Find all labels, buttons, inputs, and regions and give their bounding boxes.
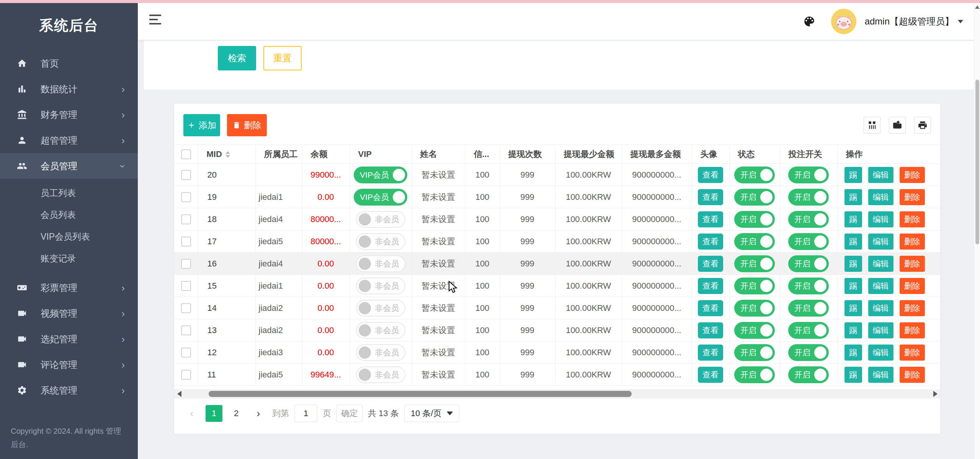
vip-toggle[interactable]: VIP会员 <box>354 189 407 206</box>
kick-button[interactable]: 踢 <box>844 256 862 272</box>
edit-button[interactable]: 编辑 <box>868 167 893 183</box>
sidebar-item-superadmin[interactable]: 超管管理 › <box>0 127 138 153</box>
row-checkbox[interactable] <box>181 281 191 291</box>
kick-button[interactable]: 踢 <box>844 300 862 316</box>
row-checkbox[interactable] <box>181 237 191 247</box>
edit-button[interactable]: 编辑 <box>868 278 893 294</box>
row-delete-button[interactable]: 删除 <box>900 256 925 272</box>
sidebar-item-home[interactable]: 首页 <box>0 51 138 76</box>
row-checkbox[interactable] <box>181 303 191 313</box>
view-avatar-button[interactable]: 查看 <box>698 300 723 316</box>
page-size-select[interactable]: 10 条/页 <box>404 405 460 422</box>
kick-button[interactable]: 踢 <box>844 167 862 183</box>
row-delete-button[interactable]: 删除 <box>900 189 925 205</box>
kick-button[interactable]: 踢 <box>844 234 862 250</box>
edit-button[interactable]: 编辑 <box>868 256 893 272</box>
vip-toggle[interactable]: 非会员 <box>356 278 405 294</box>
admin-menu[interactable]: admin【超级管理员】 <box>865 15 963 28</box>
bet-switch-toggle[interactable]: 开启 <box>788 300 829 317</box>
bet-switch-toggle[interactable]: 开启 <box>788 278 829 294</box>
next-page-button[interactable]: › <box>250 405 267 422</box>
row-delete-button[interactable]: 删除 <box>900 278 925 294</box>
view-avatar-button[interactable]: 查看 <box>698 345 723 361</box>
vertical-scrollbar-thumb[interactable] <box>975 80 979 244</box>
sidebar-item-members[interactable]: 会员管理 › <box>0 153 138 179</box>
row-checkbox[interactable] <box>181 370 191 380</box>
vip-toggle[interactable]: 非会员 <box>356 344 405 361</box>
status-toggle[interactable]: 开启 <box>734 322 775 339</box>
sidebar-item-finance[interactable]: 财务管理 › <box>0 102 138 127</box>
status-toggle[interactable]: 开启 <box>734 189 775 206</box>
vip-toggle[interactable]: 非会员 <box>356 255 405 272</box>
bet-switch-toggle[interactable]: 开启 <box>788 211 829 228</box>
export-icon[interactable] <box>889 117 906 134</box>
bet-switch-toggle[interactable]: 开启 <box>788 366 829 383</box>
row-checkbox[interactable] <box>181 192 191 202</box>
edit-button[interactable]: 编辑 <box>868 211 893 227</box>
bet-switch-toggle[interactable]: 开启 <box>788 167 829 183</box>
page-1-button[interactable]: 1 <box>206 405 222 422</box>
status-toggle[interactable]: 开启 <box>734 167 775 183</box>
view-avatar-button[interactable]: 查看 <box>698 322 723 338</box>
edit-button[interactable]: 编辑 <box>868 367 893 383</box>
status-toggle[interactable]: 开启 <box>734 211 775 228</box>
row-checkbox[interactable] <box>181 325 191 335</box>
scroll-up-icon[interactable] <box>975 5 980 9</box>
view-avatar-button[interactable]: 查看 <box>698 256 723 272</box>
vip-toggle[interactable]: 非会员 <box>356 233 405 250</box>
row-checkbox[interactable] <box>181 214 191 224</box>
add-button[interactable]: 添加 <box>183 114 220 136</box>
page-2-button[interactable]: 2 <box>228 405 245 422</box>
kick-button[interactable]: 踢 <box>844 322 862 338</box>
row-delete-button[interactable]: 删除 <box>900 300 925 316</box>
vip-toggle[interactable]: 非会员 <box>356 211 405 228</box>
kick-button[interactable]: 踢 <box>844 278 862 294</box>
row-delete-button[interactable]: 删除 <box>900 345 925 361</box>
edit-button[interactable]: 编辑 <box>868 345 893 361</box>
status-toggle[interactable]: 开启 <box>734 233 775 250</box>
status-toggle[interactable]: 开启 <box>734 344 775 361</box>
status-toggle[interactable]: 开启 <box>734 366 775 383</box>
view-avatar-button[interactable]: 查看 <box>698 211 723 227</box>
sidebar-item-comments[interactable]: 评论管理 › <box>0 352 138 377</box>
columns-icon[interactable] <box>864 117 880 134</box>
row-checkbox[interactable] <box>181 348 191 358</box>
theme-palette-icon[interactable] <box>803 15 816 28</box>
print-icon[interactable] <box>914 117 931 134</box>
view-avatar-button[interactable]: 查看 <box>698 367 723 383</box>
view-avatar-button[interactable]: 查看 <box>698 189 723 205</box>
sidebar-subitem-vip-member-list[interactable]: VIP会员列表 <box>0 226 138 248</box>
vertical-scrollbar[interactable] <box>974 3 980 459</box>
bet-switch-toggle[interactable]: 开启 <box>788 233 829 250</box>
kick-button[interactable]: 踢 <box>844 189 862 205</box>
menu-toggle-icon[interactable] <box>149 15 162 28</box>
goto-page-input[interactable] <box>294 405 317 422</box>
search-button[interactable]: 检索 <box>218 46 256 70</box>
bet-switch-toggle[interactable]: 开启 <box>788 322 829 339</box>
row-delete-button[interactable]: 删除 <box>900 167 925 183</box>
row-checkbox[interactable] <box>181 170 191 180</box>
scroll-right-icon[interactable] <box>931 389 939 399</box>
sidebar-item-video[interactable]: 视频管理 › <box>0 301 138 326</box>
bet-switch-toggle[interactable]: 开启 <box>788 255 829 272</box>
horizontal-scrollbar[interactable] <box>174 389 940 399</box>
delete-button[interactable]: 删除 <box>227 114 267 136</box>
view-avatar-button[interactable]: 查看 <box>698 167 723 183</box>
scroll-left-icon[interactable] <box>175 389 183 399</box>
vip-toggle[interactable]: 非会员 <box>356 322 405 339</box>
row-delete-button[interactable]: 删除 <box>900 211 925 227</box>
status-toggle[interactable]: 开启 <box>734 278 775 294</box>
view-avatar-button[interactable]: 查看 <box>698 234 723 250</box>
row-delete-button[interactable]: 删除 <box>900 322 925 338</box>
kick-button[interactable]: 踢 <box>844 367 862 383</box>
row-delete-button[interactable]: 删除 <box>900 234 925 250</box>
edit-button[interactable]: 编辑 <box>868 234 893 250</box>
vip-toggle[interactable]: VIP会员 <box>354 167 407 183</box>
sidebar-subitem-account-changes[interactable]: 账变记录 <box>0 248 138 270</box>
status-toggle[interactable]: 开启 <box>734 255 775 272</box>
select-all-checkbox[interactable] <box>181 149 191 159</box>
sidebar-subitem-member-list[interactable]: 会员列表 <box>0 204 138 226</box>
vip-toggle[interactable]: 非会员 <box>356 366 405 383</box>
bet-switch-toggle[interactable]: 开启 <box>788 344 829 361</box>
kick-button[interactable]: 踢 <box>844 211 862 227</box>
